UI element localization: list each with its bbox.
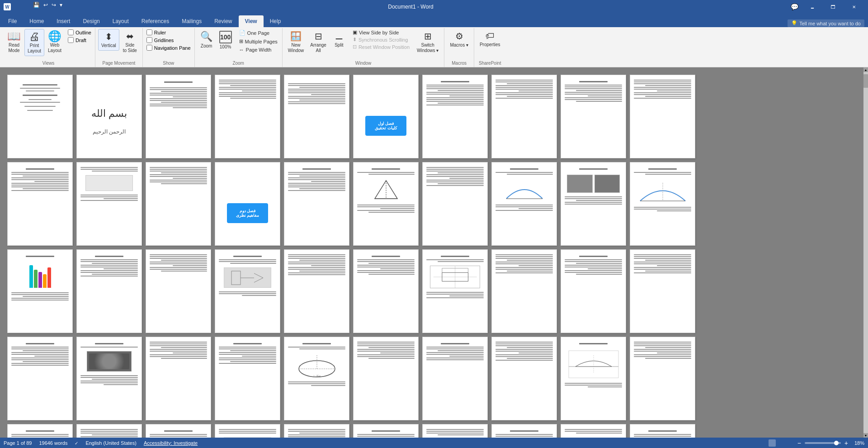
read-mode-button[interactable]: 📖 ReadMode [5,29,24,55]
page-24[interactable] [215,249,280,333]
side-to-side-button[interactable]: ⬌ Sideto Side [120,29,140,55]
tab-layout[interactable]: Layout [106,15,135,27]
page-47[interactable] [422,424,488,438]
redo-button[interactable]: ↪ [50,1,57,9]
print-layout-button[interactable]: 🖨 PrintLayout [24,29,44,56]
scroll-up[interactable]: ▲ [863,67,868,72]
vertical-button[interactable]: ⬍ Vertical [98,29,119,51]
page-15[interactable] [284,162,349,246]
page-21[interactable] [7,249,73,333]
page-49[interactable] [561,424,626,438]
page-43[interactable] [146,424,211,438]
page-17[interactable] [422,162,488,246]
draft-checkbox[interactable]: Draft [67,37,92,43]
chat-button[interactable]: 💬 [791,3,798,10]
page-37[interactable] [422,337,488,420]
page-46[interactable] [353,424,419,438]
view-side-by-side-button[interactable]: ▣ View Side by Side [351,29,411,36]
tell-me-box[interactable]: 💡 Tell me what you want to do [788,19,864,27]
page-40[interactable] [630,337,695,420]
tab-view[interactable]: View [239,15,264,27]
page-39[interactable] [561,337,626,420]
page-11[interactable] [7,162,73,246]
scroll-down[interactable]: ▼ [863,433,868,438]
ruler-checkbox[interactable]: Ruler [146,29,192,36]
tab-insert[interactable]: Insert [50,15,76,27]
pages-container[interactable]: بسم الله الرحمن الرحيم [0,67,863,438]
zoom-slider[interactable] [805,442,841,444]
one-page-button[interactable]: 📄 One Page [237,29,279,37]
navigation-pane-checkbox[interactable]: Navigation Pane [146,44,192,51]
page-34[interactable] [215,337,280,420]
page-29[interactable] [561,249,626,333]
tab-design[interactable]: Design [76,15,106,27]
tab-home[interactable]: Home [23,15,50,27]
page-45[interactable] [284,424,349,438]
page-48[interactable] [491,424,557,438]
outline-checkbox[interactable]: Outline [67,29,92,36]
read-mode-status-btn[interactable] [778,439,785,447]
page-32[interactable] [76,337,142,420]
zoom-100-button[interactable]: 100 100% [217,29,235,52]
page-44[interactable] [215,424,280,438]
arrange-all-button[interactable]: ⊟ ArrangeAll [307,29,329,55]
web-layout-button[interactable]: 🌐 WebLayout [45,29,64,55]
gridlines-checkbox[interactable]: Gridlines [146,37,192,43]
split-button[interactable]: ⚊ Split [330,29,348,50]
page-38[interactable] [491,337,557,420]
synchronous-scrolling-button[interactable]: ⬍ Synchronous Scrolling [351,36,411,43]
page-12[interactable] [76,162,142,246]
tab-references[interactable]: References [135,15,175,27]
page-30[interactable] [630,249,695,333]
page-22[interactable] [76,249,142,333]
page-28[interactable] [491,249,557,333]
page-4[interactable] [215,75,280,158]
page-14[interactable]: فصل دوممفاهیم نظری [215,162,280,246]
properties-button[interactable]: 🏷 Properties [477,29,503,49]
tab-file[interactable]: File [2,15,23,27]
page-6[interactable]: فصل اولکلیات تحقیق [353,75,419,158]
page-16[interactable] [353,162,419,246]
page-25[interactable] [284,249,349,333]
save-button[interactable]: 💾 [32,1,41,9]
page-36[interactable] [353,337,419,420]
document-area[interactable]: بسم الله الرحمن الرحيم [0,67,868,438]
qat-dropdown[interactable]: ▾ [58,1,64,9]
page-13[interactable] [146,162,211,246]
zoom-level[interactable]: 18% [852,440,864,446]
accessibility-badge[interactable]: Accessibility: Investigate [144,440,198,446]
page-26[interactable] [353,249,419,333]
page-42[interactable] [76,424,142,438]
close-button[interactable]: ✕ [844,0,864,14]
tab-mailings[interactable]: Mailings [175,15,208,27]
page-8[interactable] [491,75,557,158]
tab-review[interactable]: Review [208,15,238,27]
zoom-plus[interactable]: + [844,439,848,447]
page-2[interactable]: بسم الله الرحمن الرحيم [76,75,142,158]
page-35[interactable]: شکل ۱ [284,337,349,420]
page-3[interactable] [146,75,211,158]
page-23[interactable] [146,249,211,333]
macros-button[interactable]: ⚙ Macros ▾ [447,29,471,50]
page-7[interactable] [422,75,488,158]
undo-button[interactable]: ↩ [42,1,49,9]
scroll-thumb[interactable] [863,74,868,88]
reset-window-position-button[interactable]: ⊡ Reset Window Position [351,43,411,50]
page-50[interactable]: رابط آبی [630,424,695,438]
switch-windows-button[interactable]: ⊞ SwitchWindows ▾ [414,29,441,55]
zoom-minus[interactable]: − [797,439,801,447]
page-20[interactable] [630,162,695,246]
page-10[interactable] [630,75,695,158]
page-27[interactable] [422,249,488,333]
page-width-button[interactable]: ↔ Page Width [237,46,279,53]
print-layout-status-btn[interactable] [769,439,776,447]
new-window-button[interactable]: 🪟 NewWindow [285,29,307,55]
page-41[interactable] [7,424,73,438]
maximize-button[interactable]: 🗖 [823,0,844,14]
page-9[interactable] [561,75,626,158]
page-5[interactable] [284,75,349,158]
web-layout-status-btn[interactable] [787,439,794,447]
tab-help[interactable]: Help [264,15,288,27]
page-33[interactable] [146,337,211,420]
page-19[interactable] [561,162,626,246]
